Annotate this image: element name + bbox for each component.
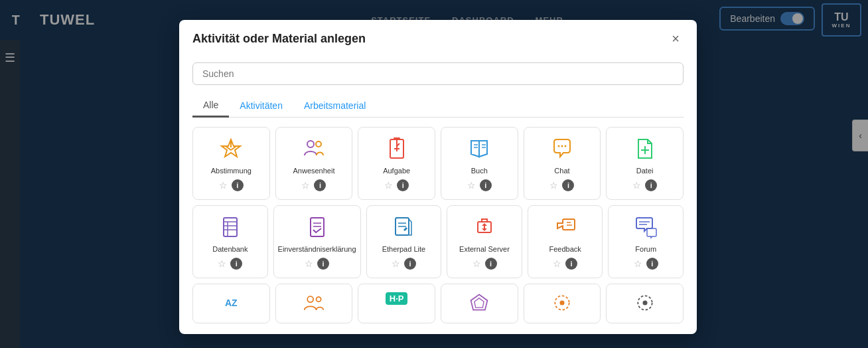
datei-label: Datei [636, 166, 654, 175]
einverstaendnis-label: Einverständniserklärung [278, 244, 356, 254]
aufgabe-actions: ☆ i [384, 179, 409, 191]
etherpad-info[interactable]: i [404, 258, 416, 270]
datenbank-star[interactable]: ☆ [218, 258, 226, 269]
item-external[interactable]: External Server ☆ i [447, 205, 522, 278]
datei-info[interactable]: i [645, 179, 657, 191]
datenbank-icon [217, 214, 244, 240]
item-jupyter1[interactable] [524, 284, 601, 323]
svg-rect-18 [311, 218, 324, 236]
item-etherpad[interactable]: Etherpad Lite ☆ i [366, 205, 442, 278]
modal-title: Aktivität oder Material anlegen [192, 32, 366, 46]
svg-point-36 [642, 300, 647, 305]
forum-label: Forum [635, 244, 656, 254]
forum-actions: ☆ i [634, 258, 658, 270]
modal-close-button[interactable]: × [668, 31, 684, 46]
chat-actions: ☆ i [549, 179, 574, 191]
feedback-label: Feedback [549, 244, 581, 254]
svg-point-6 [316, 141, 321, 147]
external-actions: ☆ i [472, 258, 497, 270]
anwesenheit-icon [301, 135, 327, 162]
datenbank-info[interactable]: i [230, 258, 242, 270]
anwesenheit-actions: ☆ i [301, 179, 326, 191]
items-grid-row3: AZ H·P [192, 284, 684, 323]
tab-alle[interactable]: Alle [192, 94, 229, 118]
item-chat[interactable]: Chat ☆ i [524, 127, 601, 200]
lti-icon [466, 292, 492, 313]
datenbank-actions: ☆ i [218, 258, 242, 270]
einverstaendnis-star[interactable]: ☆ [305, 258, 313, 269]
gruppen-icon [301, 292, 327, 313]
tab-arbeitsmaterial[interactable]: Arbeitsmaterial [293, 94, 376, 117]
item-datei[interactable]: Datei ☆ i [606, 127, 684, 200]
forum-star[interactable]: ☆ [634, 258, 642, 269]
svg-point-5 [307, 141, 314, 147]
anwesenheit-label: Anwesenheit [293, 166, 334, 175]
feedback-info[interactable]: i [565, 258, 577, 270]
aufgabe-icon [384, 135, 410, 162]
anwesenheit-info[interactable]: i [314, 179, 326, 191]
modal-header: Aktivität oder Material anlegen × [179, 20, 697, 54]
feedback-star[interactable]: ☆ [553, 258, 561, 269]
chat-star[interactable]: ☆ [549, 180, 558, 191]
feedback-actions: ☆ i [553, 258, 577, 270]
etherpad-label: Etherpad Lite [382, 244, 425, 254]
tab-bar: Alle Aktivitäten Arbeitsmaterial [192, 94, 684, 118]
items-grid-row1: Abstimmung ☆ i Anwesenheit [192, 127, 684, 200]
item-anwesenheit[interactable]: Anwesenheit ☆ i [275, 127, 353, 200]
forum-info[interactable]: i [646, 258, 658, 270]
buch-actions: ☆ i [467, 179, 492, 191]
modal-body: Alle Aktivitäten Arbeitsmaterial Abstimm… [179, 54, 697, 334]
glossar-icon: AZ [218, 292, 244, 313]
chat-info[interactable]: i [562, 179, 574, 191]
item-einverstaendnis[interactable]: Einverständniserklärung ☆ i [273, 205, 361, 278]
item-forum[interactable]: Forum ☆ i [608, 205, 684, 278]
aufgabe-star[interactable]: ☆ [384, 180, 393, 191]
datei-actions: ☆ i [632, 179, 657, 191]
aufgabe-info[interactable]: i [397, 179, 409, 191]
item-glossar[interactable]: AZ [192, 284, 270, 323]
activity-modal: Aktivität oder Material anlegen × Alle A… [179, 20, 697, 334]
einverstaendnis-info[interactable]: i [317, 258, 329, 270]
buch-star[interactable]: ☆ [467, 180, 476, 191]
item-datenbank[interactable]: Datenbank ☆ i [192, 205, 268, 278]
svg-marker-32 [474, 298, 484, 307]
datei-icon [632, 135, 658, 162]
item-aufgabe[interactable]: Aufgabe ☆ i [358, 127, 435, 200]
svg-point-8 [557, 145, 559, 147]
item-h5p[interactable]: H·P [358, 284, 435, 323]
abstimmung-actions: ☆ i [219, 179, 244, 191]
tab-aktivitaeten[interactable]: Aktivitäten [229, 94, 293, 117]
datei-star[interactable]: ☆ [632, 180, 641, 191]
buch-icon [466, 135, 492, 162]
item-feedback[interactable]: Feedback ☆ i [528, 205, 603, 278]
einverstaendnis-icon [304, 214, 330, 240]
abstimmung-label: Abstimmung [211, 166, 252, 175]
etherpad-icon [390, 214, 417, 240]
search-input[interactable] [192, 62, 684, 85]
abstimmung-star[interactable]: ☆ [219, 180, 228, 191]
abstimmung-icon [218, 135, 244, 162]
external-star[interactable]: ☆ [472, 258, 481, 269]
svg-point-30 [317, 297, 321, 302]
svg-point-29 [307, 296, 313, 302]
svg-point-10 [564, 145, 566, 147]
item-buch[interactable]: Buch ☆ i [441, 127, 518, 200]
items-grid-row2: Datenbank ☆ i Einverständniserklärung [192, 205, 684, 278]
abstimmung-info[interactable]: i [232, 179, 244, 191]
anwesenheit-star[interactable]: ☆ [301, 180, 310, 191]
jupyter2-icon [632, 292, 658, 313]
item-abstimmung[interactable]: Abstimmung ☆ i [192, 127, 270, 200]
external-info[interactable]: i [485, 258, 497, 270]
h5p-icon: H·P [386, 292, 408, 305]
etherpad-star[interactable]: ☆ [392, 258, 400, 269]
datenbank-label: Datenbank [212, 244, 248, 254]
item-gruppen[interactable] [275, 284, 353, 323]
einverstaendnis-actions: ☆ i [305, 258, 329, 270]
external-label: External Server [459, 244, 510, 254]
svg-rect-13 [224, 218, 237, 236]
item-lti[interactable] [441, 284, 518, 323]
buch-info[interactable]: i [480, 179, 492, 191]
item-jupyter2[interactable] [606, 284, 684, 323]
feedback-icon [552, 214, 579, 240]
jupyter1-icon [549, 292, 575, 313]
